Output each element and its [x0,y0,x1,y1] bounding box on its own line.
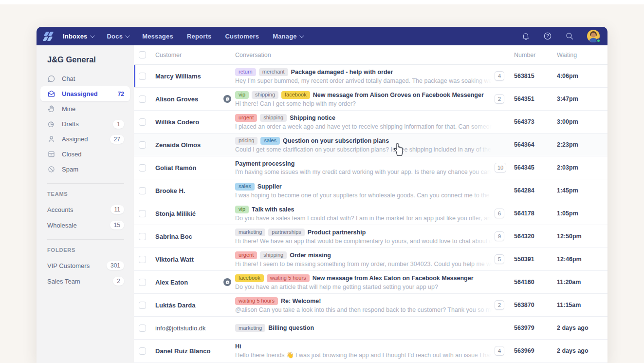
conversation-row[interactable]: Goliat Ramón Payment processing I'm havi… [134,156,607,179]
nav-item-inboxes[interactable]: Inboxes [63,33,93,40]
sidebar-item-drafts[interactable]: Drafts 1 [40,116,130,132]
conversation-row[interactable]: Danel Ruiz Blanco Hi Hello there friends… [134,340,607,363]
sidebar-item-closed[interactable]: Closed [40,147,130,162]
top-navbar: InboxesDocsMessagesReportsCustomersManag… [37,27,607,45]
waiting-time: 2:23pm [557,141,604,148]
conversation-subject: New message from Alison Groves on Facebo… [313,92,484,98]
ticket-number: 564320 [514,233,557,240]
row-checkbox[interactable] [139,164,146,172]
nav-item-messages[interactable]: Messages [142,33,173,40]
browser-top-strip [0,0,644,4]
conversation-preview: Hi there! I seem to be missing something… [235,261,492,267]
waiting-time: 3:00pm [557,118,604,125]
row-checkbox[interactable] [139,118,146,126]
waiting-time: 1:05pm [557,210,604,217]
conversation-row[interactable]: Zenaida Olmos pricingsales Question on y… [134,134,607,156]
help-icon[interactable] [543,32,552,40]
ticket-number: 564373 [514,118,557,125]
sidebar: J&G General Chat Unassigned 72 Mine Draf… [37,45,134,363]
row-checkbox[interactable] [139,141,146,149]
row-checkbox[interactable] [139,256,146,263]
sidebar-item-label: Chat [62,75,75,82]
row-checkbox[interactable] [139,279,146,286]
row-checkbox[interactable] [139,302,146,309]
sidebar-item-spam[interactable]: Spam [40,162,130,177]
sidebar-item-unassigned[interactable]: Unassigned 72 [40,86,130,101]
conversation-row[interactable]: Alex Eaton facebookwaiting 5 hours New m… [134,271,607,294]
bell-icon[interactable] [521,32,530,40]
count-badge: 1 [113,120,124,129]
teamwork-desk-logo-icon[interactable] [43,31,55,41]
conversation-preview: I'm having some issues with my credit ca… [235,169,492,175]
conversation-row[interactable]: Alison Groves vipshippingfacebook New me… [134,88,607,111]
count-badge: 301 [107,261,124,270]
row-checkbox[interactable] [139,96,146,103]
message-count-badge: 4 [495,346,504,356]
conversation-row[interactable]: Luktás Darda waiting 5 hours Re: Welcome… [134,294,607,317]
waiting-time: 11:20am [557,279,604,286]
waiting-time: 12:50pm [557,233,604,240]
ticket-number: 563870 [514,302,557,308]
conversation-subject: Talk with sales [252,206,294,213]
tag-sales: sales [235,183,255,191]
sidebar-item-label: Closed [62,151,81,158]
sidebar-item-accounts[interactable]: Accounts11 [37,202,134,217]
search-icon[interactable] [565,32,574,40]
conversation-row[interactable]: Stonja Milikić vip Talk with sales Do yo… [134,202,607,225]
tag-vip: vip [235,91,249,99]
sidebar-item-vip-customers[interactable]: VIP Customers301 [37,258,134,273]
user-avatar[interactable] [587,30,600,42]
tag-waiting-5-hours: waiting 5 hours [235,297,278,305]
chat-icon [47,75,55,83]
sidebar-item-sales-team[interactable]: Sales Team2 [37,273,134,289]
select-all-checkbox[interactable] [139,51,146,58]
tag-merchant: merchant [259,68,288,76]
conversation-row[interactable]: Marcy Williams returnmerchant Package da… [134,65,607,88]
sidebar-item-wholesale[interactable]: Wholesale15 [37,217,134,233]
conversation-row[interactable]: Sabrina Boc marketingpartnerships Produc… [134,225,607,248]
count-badge: 72 [118,91,124,97]
nav-item-customers[interactable]: Customers [225,33,259,40]
ticket-number: 564364 [514,141,557,148]
message-count-badge: 9 [495,231,504,241]
person-icon [47,135,55,143]
drafts-icon [47,120,55,128]
conversation-subject: Payment processing [235,160,294,167]
app-window: InboxesDocsMessagesReportsCustomersManag… [37,27,607,363]
conversation-row[interactable]: Viktoria Watt urgentshipping Order missi… [134,248,607,271]
sidebar-item-mine[interactable]: Mine [40,101,130,116]
list-header: Customer Conversation Number Waiting [134,45,607,65]
nav-right-icons [521,30,600,42]
row-checkbox[interactable] [139,325,146,332]
row-checkbox[interactable] [139,347,146,355]
conversation-row[interactable]: info@jottstudio.dk marketing Billing que… [134,317,607,340]
chevron-down-icon [125,33,130,38]
nav-item-docs[interactable]: Docs [107,33,129,40]
customer-name: Alex Eaton [155,279,223,286]
row-checkbox[interactable] [139,187,146,194]
row-checkbox[interactable] [139,73,146,80]
nav-item-manage[interactable]: Manage [273,33,303,40]
conversation-subject: Product partnership [308,229,366,236]
message-count-badge: 6 [495,209,504,218]
sidebar-item-chat[interactable]: Chat [40,71,130,86]
customer-name: Sabrina Boc [155,233,223,240]
sidebar-item-label: Spam [62,166,78,173]
ticket-number: 564284 [514,187,557,194]
conversation-subject: Re: Welcome! [281,298,321,305]
conversation-row[interactable]: Willika Codero urgentshipping Shipping n… [134,111,607,134]
row-checkbox[interactable] [139,210,146,217]
ticket-number: 564345 [514,164,557,171]
message-count-badge: 5 [495,254,504,264]
ticket-number: 564160 [514,279,557,286]
nav-item-reports[interactable]: Reports [187,33,212,40]
row-checkbox[interactable] [139,233,146,240]
sidebar-item-label: Drafts [62,120,79,128]
sidebar-item-label: Unassigned [62,90,98,97]
conversation-preview: @alison Can you take a look into this an… [235,306,492,313]
sidebar-item-assigned[interactable]: Assigned 27 [40,132,130,147]
conversation-subject: Question on your subscription plans [283,137,389,144]
conversation-preview: Hello there friends 👋 I was just browsin… [235,351,492,359]
count-badge: 2 [113,277,124,286]
conversation-row[interactable]: Brooke H. sales Supplier I was hoping to… [134,179,607,202]
